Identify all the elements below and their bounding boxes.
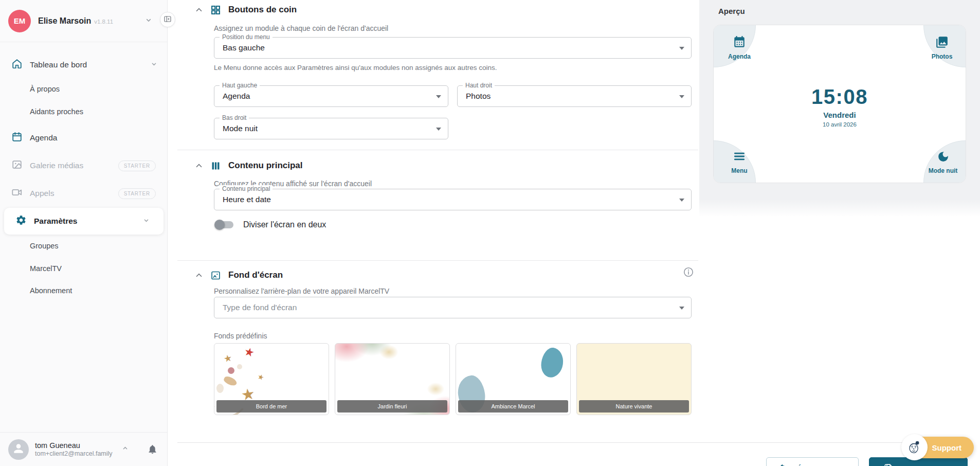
select-value: Photos bbox=[466, 92, 491, 101]
calendar-icon bbox=[11, 131, 23, 145]
video-call-icon bbox=[11, 187, 23, 200]
menu-helper-text: Le Menu donne accès aux Paramètres ainsi… bbox=[214, 64, 497, 71]
account-info: tom Gueneau tom+client2@marcel.family bbox=[35, 441, 113, 458]
account-footer[interactable]: tom Gueneau tom+client2@marcel.family bbox=[0, 432, 167, 466]
sidebar-item-media-gallery[interactable]: Galerie médias STARTER bbox=[0, 153, 167, 178]
sidebar-item-groups[interactable]: Groupes bbox=[30, 242, 59, 250]
main-content-select[interactable]: Contenu principal Heure et date bbox=[214, 189, 692, 210]
preview-panel: Aperçu Agenda Photos bbox=[699, 0, 980, 217]
person-icon bbox=[12, 442, 25, 457]
chevron-down-icon bbox=[679, 95, 684, 98]
columns-icon bbox=[210, 160, 221, 171]
main-content: Aperçu Agenda Photos bbox=[168, 0, 980, 466]
collapse-sidebar-button[interactable] bbox=[160, 12, 175, 27]
wallpaper-card-nature-vivante[interactable]: Nature vivante bbox=[576, 343, 692, 415]
reset-button[interactable]: RÉINITIALISER bbox=[766, 457, 859, 466]
sidebar: EM Elise Marsoinv1.8.11 Tableau de bord bbox=[0, 0, 168, 466]
wallpaper-type-select[interactable]: Type de fond d'écran bbox=[214, 297, 692, 318]
chevron-down-icon[interactable] bbox=[144, 16, 153, 26]
chevron-down-icon bbox=[679, 47, 684, 50]
grid-corners-icon bbox=[210, 5, 221, 15]
sidebar-item-label: Paramètres bbox=[34, 217, 77, 226]
section-wallpaper-header: Fond d'écran bbox=[177, 267, 698, 283]
sidebar-item-label: Appels bbox=[30, 189, 54, 198]
sidebar-item-label: Agenda bbox=[30, 133, 57, 142]
wallpaper-caption: Bord de mer bbox=[216, 400, 326, 413]
account-name: tom Gueneau bbox=[35, 441, 113, 450]
section-corner-buttons-header: Boutons de coin bbox=[177, 2, 698, 17]
chevron-down-icon bbox=[436, 128, 441, 131]
menu-position-select[interactable]: Position du menu Bas gauche bbox=[214, 37, 692, 59]
split-screen-toggle-row[interactable]: Diviser l'écran en deux bbox=[211, 220, 326, 229]
settings-content: Boutons de coin Assignez un module à cha… bbox=[177, 0, 698, 466]
preview-time: 15:08 bbox=[811, 85, 868, 109]
preview-date: 10 avril 2026 bbox=[823, 121, 857, 128]
section-divider bbox=[177, 150, 698, 150]
top-left-corner-select[interactable]: Haut gauche Agenda bbox=[214, 85, 448, 107]
tv-preview-screen: Agenda Photos Menu bbox=[713, 25, 966, 183]
chevron-up-icon[interactable] bbox=[121, 444, 129, 454]
select-placeholder: Type de fond d'écran bbox=[223, 303, 297, 312]
sidebar-item-subscription[interactable]: Abonnement bbox=[30, 286, 72, 295]
section-description: Assignez un module à chaque coin de l'éc… bbox=[214, 24, 388, 32]
wallpaper-presets: ★ ★ ★ ★ Bord de mer Jardin fleuri bbox=[214, 343, 692, 415]
wallpaper-card-jardin-fleuri[interactable]: Jardin fleuri bbox=[335, 343, 450, 415]
notifications-bell-icon[interactable] bbox=[147, 444, 158, 457]
wallpaper-card-bord-de-mer[interactable]: ★ ★ ★ ★ Bord de mer bbox=[214, 343, 329, 415]
wallpaper-caption: Nature vivante bbox=[579, 400, 689, 413]
chevron-down-icon[interactable] bbox=[150, 60, 158, 70]
support-button[interactable]: Support bbox=[904, 437, 974, 458]
sidebar-item-label: Galerie médias bbox=[30, 161, 83, 170]
settings-gear-icon bbox=[15, 214, 27, 228]
preview-title: Aperçu bbox=[718, 7, 745, 15]
section-divider bbox=[177, 260, 698, 261]
sidebar-item-agenda[interactable]: Agenda bbox=[0, 126, 167, 150]
collapse-section-icon[interactable] bbox=[194, 5, 204, 14]
starter-badge: STARTER bbox=[118, 188, 156, 199]
section-title: Contenu principal bbox=[228, 160, 303, 171]
support-label: Support bbox=[932, 443, 962, 452]
section-description: Personnalisez l'arrière-plan de votre ap… bbox=[214, 287, 389, 295]
chevron-down-icon bbox=[679, 307, 684, 310]
starter-badge: STARTER bbox=[118, 160, 156, 171]
info-icon[interactable] bbox=[683, 266, 694, 280]
sidebar-item-caregivers[interactable]: Aidants proches bbox=[30, 107, 83, 116]
sidebar-item-label: Tableau de bord bbox=[30, 60, 87, 69]
section-title: Fond d'écran bbox=[228, 270, 283, 280]
sidebar-item-calls[interactable]: Appels STARTER bbox=[0, 181, 167, 206]
toggle-thumb bbox=[214, 220, 225, 230]
sidebar-item-dashboard[interactable]: Tableau de bord bbox=[0, 52, 167, 77]
wallpaper-caption: Jardin fleuri bbox=[337, 400, 447, 413]
user-avatar bbox=[8, 439, 29, 460]
preview-clock: 15:08 Vendredi 10 avril 2026 bbox=[714, 25, 966, 183]
select-label: Position du menu bbox=[220, 33, 273, 41]
select-value: Mode nuit bbox=[223, 124, 258, 133]
select-label: Bas droit bbox=[220, 114, 249, 121]
collapse-section-icon[interactable] bbox=[194, 161, 204, 170]
wallpaper-icon bbox=[210, 270, 221, 281]
toggle-switch[interactable] bbox=[216, 221, 233, 228]
footer-divider bbox=[177, 442, 967, 443]
profile-name: Elise Marsoin bbox=[38, 16, 91, 25]
chevron-down-icon[interactable] bbox=[142, 217, 150, 226]
sidebar-item-settings[interactable]: Paramètres bbox=[4, 208, 164, 235]
bottom-right-corner-select[interactable]: Bas droit Mode nuit bbox=[214, 118, 448, 139]
collapse-section-icon[interactable] bbox=[194, 271, 204, 280]
wallpaper-card-ambiance-marcel[interactable]: Ambiance Marcel bbox=[456, 343, 571, 415]
wallpaper-caption: Ambiance Marcel bbox=[458, 400, 568, 413]
chevron-down-icon bbox=[679, 199, 684, 202]
sidebar-item-marceltv[interactable]: MarcelTV bbox=[30, 264, 62, 273]
sidebar-item-about[interactable]: À propos bbox=[30, 85, 60, 93]
top-right-corner-select[interactable]: Haut droit Photos bbox=[457, 85, 692, 107]
select-value: Agenda bbox=[223, 92, 250, 101]
home-icon bbox=[11, 58, 23, 71]
support-avatar-icon bbox=[901, 434, 928, 460]
account-email: tom+client2@marcel.family bbox=[35, 450, 113, 458]
presets-label: Fonds prédéfinis bbox=[214, 332, 267, 340]
profile-header[interactable]: EM Elise Marsoinv1.8.11 bbox=[0, 0, 167, 42]
select-label: Haut droit bbox=[463, 82, 495, 89]
chevron-down-icon bbox=[436, 95, 441, 98]
save-icon bbox=[884, 463, 893, 466]
section-main-content-header: Contenu principal bbox=[177, 158, 698, 173]
profile-text: Elise Marsoinv1.8.11 bbox=[38, 16, 113, 26]
